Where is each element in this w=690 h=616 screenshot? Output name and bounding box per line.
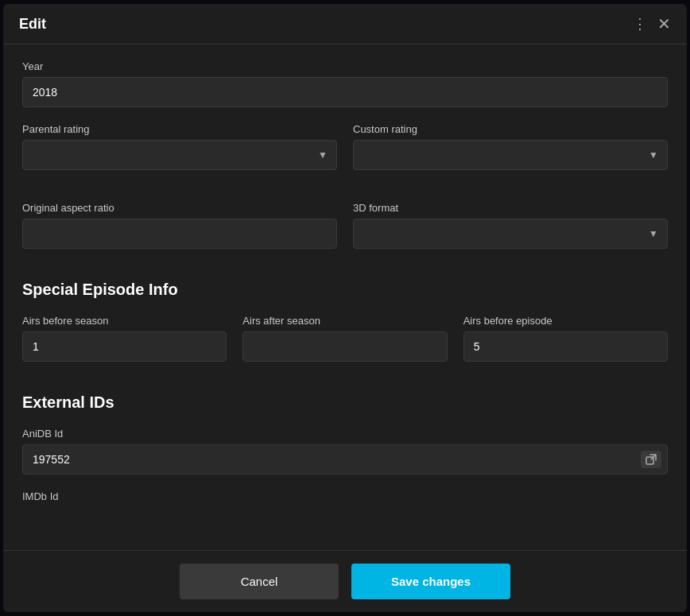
anidb-input[interactable]	[22, 444, 668, 475]
parental-rating-select-wrapper: ▼	[22, 140, 337, 170]
parental-rating-select[interactable]	[22, 140, 337, 170]
external-ids-section-title: External IDs	[22, 393, 668, 412]
special-episode-section-title: Special Episode Info	[22, 281, 668, 299]
custom-rating-select-wrapper: ▼	[353, 140, 668, 170]
anidb-external-link-button[interactable]	[641, 451, 661, 468]
save-changes-button[interactable]: Save changes	[351, 564, 510, 599]
header-actions: ⋮ ✕	[633, 15, 671, 33]
parental-rating-label: Parental rating	[22, 123, 337, 135]
rating-row: Parental rating ▼ Custom rating ▼	[22, 123, 668, 186]
special-episode-row: Airs before season Airs after season Air…	[22, 315, 668, 378]
airs-before-episode-field-group: Airs before episode	[463, 315, 668, 362]
aspect-ratio-input[interactable]	[22, 219, 337, 249]
aspect-ratio-label: Original aspect ratio	[22, 202, 337, 214]
format-3d-select-wrapper: ▼	[353, 219, 668, 249]
airs-before-season-input[interactable]	[22, 331, 227, 362]
edit-modal: Edit ⋮ ✕ Year Parental rating	[3, 4, 687, 612]
parental-rating-field-group: Parental rating ▼	[22, 123, 337, 170]
imdb-field-group: IMDb Id	[22, 490, 668, 502]
anidb-input-wrapper	[22, 444, 668, 475]
custom-rating-label: Custom rating	[353, 123, 668, 135]
modal-overlay: Edit ⋮ ✕ Year Parental rating	[0, 0, 690, 616]
aspect-ratio-field-group: Original aspect ratio	[22, 202, 337, 249]
airs-before-episode-input[interactable]	[463, 331, 668, 362]
airs-before-season-label: Airs before season	[22, 315, 227, 327]
format-3d-label: 3D format	[353, 202, 668, 214]
custom-rating-field-group: Custom rating ▼	[353, 123, 668, 170]
modal-header: Edit ⋮ ✕	[3, 4, 687, 45]
custom-rating-select[interactable]	[353, 140, 668, 170]
format-3d-select[interactable]	[353, 219, 668, 249]
year-field-group: Year	[22, 60, 668, 107]
aspect-format-row: Original aspect ratio 3D format ▼	[22, 202, 668, 265]
anidb-label: AniDB Id	[22, 428, 668, 440]
format-3d-field-group: 3D format ▼	[353, 202, 668, 249]
airs-before-season-field-group: Airs before season	[22, 315, 227, 362]
more-options-icon[interactable]: ⋮	[633, 15, 648, 33]
modal-footer: Cancel Save changes	[3, 550, 687, 612]
modal-title: Edit	[19, 16, 46, 33]
modal-body: Year Parental rating ▼ Custom rating	[3, 45, 687, 550]
airs-after-season-field-group: Airs after season	[242, 315, 447, 362]
cancel-button[interactable]: Cancel	[180, 564, 339, 599]
anidb-field-group: AniDB Id	[22, 428, 668, 475]
close-icon[interactable]: ✕	[657, 16, 671, 32]
imdb-label: IMDb Id	[22, 490, 668, 502]
airs-before-episode-label: Airs before episode	[463, 315, 668, 327]
airs-after-season-label: Airs after season	[242, 315, 447, 327]
year-input[interactable]	[22, 77, 668, 107]
year-label: Year	[22, 60, 668, 72]
airs-after-season-input[interactable]	[242, 331, 447, 362]
